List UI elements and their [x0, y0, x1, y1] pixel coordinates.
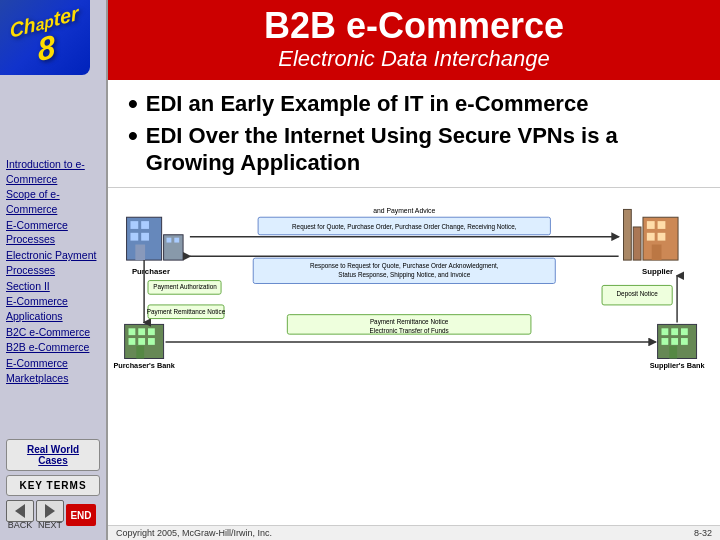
svg-rect-39 — [681, 328, 688, 335]
next-label: NEXT — [38, 520, 62, 530]
back-arrow-icon — [15, 504, 25, 518]
svg-rect-13 — [647, 233, 655, 241]
sidebar-item-section2[interactable]: Section II — [6, 279, 100, 294]
svg-text:Status Response, Shipping Noti: Status Response, Shipping Notice, and In… — [338, 271, 470, 279]
sidebar-item-marketplaces[interactable]: E-Commerce Marketplaces — [6, 356, 100, 385]
nav-buttons: BACK NEXT END — [6, 500, 100, 534]
svg-rect-17 — [633, 227, 641, 260]
svg-rect-8 — [174, 238, 179, 243]
sidebar-navigation: Introduction to e-Commerce Scope of e-Co… — [0, 153, 106, 433]
svg-rect-43 — [669, 346, 677, 359]
svg-rect-16 — [623, 209, 631, 260]
svg-text:Request for Quote, Purchase Or: Request for Quote, Purchase Order, Purch… — [292, 223, 517, 231]
svg-rect-30 — [148, 328, 155, 335]
svg-rect-14 — [658, 233, 666, 241]
edi-diagram-section: Purchaser Supplier — [108, 187, 720, 525]
main-body: • EDI an Early Example of IT in e-Commer… — [108, 80, 720, 540]
svg-rect-1 — [130, 221, 138, 229]
bullet-item-2: • EDI Over the Internet Using Secure VPN… — [128, 122, 700, 177]
sidebar-item-applications[interactable]: E-Commerce Applications — [6, 294, 100, 323]
end-button[interactable]: END — [66, 504, 96, 526]
svg-rect-38 — [671, 328, 678, 335]
svg-rect-37 — [661, 328, 668, 335]
bullet-dot-1: • — [128, 90, 138, 118]
sidebar-item-intro[interactable]: Introduction to e-Commerce — [6, 157, 100, 186]
svg-text:Supplier: Supplier — [642, 267, 673, 276]
supplier-bank-group: Supplier's Bank — [650, 324, 706, 370]
main-subtitle: Electronic Data Interchange — [124, 46, 704, 72]
svg-text:Supplier's Bank: Supplier's Bank — [650, 361, 706, 370]
sidebar-item-b2b[interactable]: B2B e-Commerce — [6, 340, 100, 355]
svg-rect-15 — [652, 244, 662, 260]
sidebar-item-scope[interactable]: Scope of e-Commerce — [6, 187, 100, 216]
main-content: B2B e-Commerce Electronic Data Interchan… — [108, 0, 720, 540]
copyright-text: Copyright 2005, McGraw-Hill/Irwin, Inc. — [116, 528, 272, 538]
bullet-item-1: • EDI an Early Example of IT in e-Commer… — [128, 90, 700, 118]
svg-text:Payment Remittance Notice: Payment Remittance Notice — [147, 308, 226, 316]
sidebar-item-b2c[interactable]: B2C e-Commerce — [6, 325, 100, 340]
svg-text:Deposit Notice: Deposit Notice — [617, 290, 659, 298]
page-number: 8-32 — [694, 528, 712, 538]
key-terms-button[interactable]: KEY TERMS — [6, 475, 100, 496]
main-title: B2B e-Commerce — [124, 6, 704, 46]
svg-text:Electronic Transfer of Funds: Electronic Transfer of Funds — [370, 327, 449, 334]
sidebar-item-electronic[interactable]: Electronic Payment Processes — [6, 248, 100, 277]
svg-rect-12 — [658, 221, 666, 229]
svg-rect-5 — [135, 244, 145, 260]
svg-text:Payment Authorization: Payment Authorization — [153, 283, 217, 291]
svg-rect-7 — [167, 238, 172, 243]
next-arrow-icon — [45, 504, 55, 518]
purchaser-bank-group: Purchaser's Bank — [113, 324, 175, 370]
svg-rect-3 — [130, 233, 138, 241]
svg-rect-33 — [148, 338, 155, 345]
svg-rect-4 — [141, 233, 149, 241]
svg-text:and Payment Advice: and Payment Advice — [373, 207, 435, 215]
svg-rect-29 — [138, 328, 145, 335]
bullet-text-2: EDI Over the Internet Using Secure VPNs … — [146, 122, 700, 177]
copyright-bar: Copyright 2005, McGraw-Hill/Irwin, Inc. … — [108, 525, 720, 540]
edi-diagram-svg: Purchaser Supplier — [108, 188, 720, 378]
svg-rect-32 — [138, 338, 145, 345]
bullet-dot-2: • — [128, 122, 138, 150]
next-button[interactable] — [36, 500, 64, 522]
sidebar: Chapter 8 Introduction to e-Commerce Sco… — [0, 0, 108, 540]
svg-rect-41 — [671, 338, 678, 345]
chapter-banner: Chapter 8 — [0, 0, 90, 75]
back-button[interactable] — [6, 500, 34, 522]
main-header: B2B e-Commerce Electronic Data Interchan… — [108, 0, 720, 80]
svg-rect-31 — [129, 338, 136, 345]
svg-rect-28 — [129, 328, 136, 335]
sidebar-item-ecommerce[interactable]: E-Commerce Processes — [6, 218, 100, 247]
svg-text:Payment Remittance Notice: Payment Remittance Notice — [370, 318, 449, 326]
bullets-section: • EDI an Early Example of IT in e-Commer… — [108, 80, 720, 187]
sidebar-bottom: Real World Cases KEY TERMS BACK NEXT END — [0, 433, 106, 540]
svg-rect-34 — [136, 346, 144, 359]
svg-text:Response to Request for Quote,: Response to Request for Quote, Purchase … — [310, 262, 499, 270]
svg-rect-42 — [681, 338, 688, 345]
svg-rect-11 — [647, 221, 655, 229]
svg-rect-40 — [661, 338, 668, 345]
back-label: BACK — [8, 520, 33, 530]
svg-text:Purchaser: Purchaser — [132, 267, 170, 276]
svg-text:Purchaser's Bank: Purchaser's Bank — [113, 361, 175, 370]
bullet-text-1: EDI an Early Example of IT in e-Commerce — [146, 90, 589, 118]
supplier-group: Supplier — [623, 209, 678, 275]
real-world-cases-button[interactable]: Real World Cases — [6, 439, 100, 471]
purchaser-group: Purchaser — [127, 217, 184, 276]
svg-rect-2 — [141, 221, 149, 229]
